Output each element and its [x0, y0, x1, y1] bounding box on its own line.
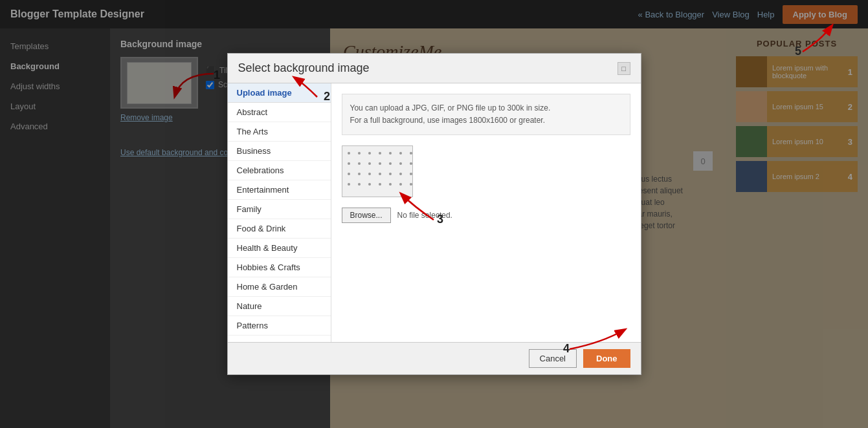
dialog-title: Select background image	[238, 61, 370, 75]
dialog-overlay: Select background image □ Upload image A…	[0, 0, 868, 428]
cancel-button[interactable]: Cancel	[529, 349, 577, 368]
category-abstract[interactable]: Abstract	[228, 103, 331, 122]
category-health-beauty[interactable]: Health & Beauty	[228, 239, 331, 258]
category-patterns[interactable]: Patterns	[228, 316, 331, 336]
dialog-footer: Cancel Done	[228, 342, 641, 374]
scroll-down-indicator: ▼	[228, 336, 331, 342]
dots-pattern	[342, 147, 413, 196]
dialog-right-panel: You can upload a JPG, GIF, or PNG file u…	[331, 83, 641, 342]
dialog-header: Select background image □	[228, 54, 641, 83]
category-home-garden[interactable]: Home & Garden	[228, 277, 331, 297]
done-button[interactable]: Done	[583, 349, 630, 368]
select-background-dialog: Select background image □ Upload image A…	[227, 53, 641, 375]
category-hobbies-crafts[interactable]: Hobbies & Crafts	[228, 258, 331, 277]
category-nature[interactable]: Nature	[228, 297, 331, 316]
category-family[interactable]: Family	[228, 200, 331, 219]
step5-text: 5	[795, 45, 801, 58]
category-list: Upload image Abstract The Arts Business …	[228, 83, 331, 342]
category-food-drink[interactable]: Food & Drink	[228, 219, 331, 239]
category-business[interactable]: Business	[228, 142, 331, 161]
browse-row: Browse... No file selected.	[342, 208, 630, 223]
upload-info-box: You can upload a JPG, GIF, or PNG file u…	[342, 94, 630, 135]
no-file-label: No file selected.	[397, 211, 452, 220]
browse-button[interactable]: Browse...	[342, 208, 391, 223]
category-the-arts[interactable]: The Arts	[228, 122, 331, 142]
dialog-close-button[interactable]: □	[618, 62, 630, 75]
category-entertainment[interactable]: Entertainment	[228, 180, 331, 200]
upload-info-line1: You can upload a JPG, GIF, or PNG file u…	[350, 103, 551, 112]
category-celebrations[interactable]: Celebrations	[228, 161, 331, 180]
dialog-body: Upload image Abstract The Arts Business …	[228, 83, 641, 342]
image-preview-box	[342, 145, 413, 197]
category-upload-image[interactable]: Upload image	[228, 83, 331, 103]
upload-info-line2: For a full background, use images 1800x1…	[350, 116, 546, 125]
